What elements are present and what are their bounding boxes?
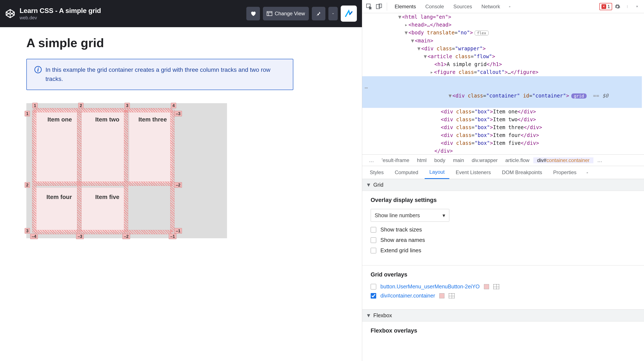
callout-text: In this example the grid container creat… [46,65,285,84]
checkbox[interactable] [371,237,376,243]
check-extend-grid-lines[interactable]: Extend grid lines [371,247,636,254]
grid-item: Item five [82,188,124,232]
tab-sources[interactable]: Sources [449,0,476,13]
pen-title: Learn CSS - A simple grid [20,7,242,15]
codepen-header: Learn CSS - A simple grid web.dev Change… [0,0,362,27]
dom-row-selected[interactable]: ⋯ ▼<div class="container" id="container"… [362,76,642,108]
breadcrumb-item[interactable]: main [449,157,468,163]
overlay-settings-title: Overlay display settings [371,197,636,203]
grid-outline-icon[interactable] [493,284,499,289]
change-view-label: Change View [275,10,305,16]
checkbox[interactable] [371,284,376,290]
breadcrumb-more[interactable]: … [594,157,606,163]
dom-row[interactable]: <div class="box">Item three</div> [362,124,642,131]
checkbox[interactable] [371,248,376,253]
line-numbers-select[interactable]: Show line numbers ▾ [371,209,449,222]
check-label: Show area names [380,237,425,243]
grid-container: Item one Item two Item three Item four I… [34,110,172,232]
grid-line-label: –3 [174,111,182,116]
section-flexbox[interactable]: ▼ Flexbox [362,310,644,322]
grid-line-label: –1 [169,234,176,239]
device-toggle-icon[interactable] [374,2,384,11]
grid-outline-icon[interactable] [449,293,455,298]
breadcrumb-item[interactable]: article.flow [502,157,533,163]
tab-event-listeners[interactable]: Event Listeners [451,166,496,179]
section-grid-label: Grid [374,182,384,188]
grid-item: Item one [34,110,77,183]
flexbox-overlays-title: Flexbox overlays [371,328,636,334]
page-title: A simple grid [26,36,362,50]
breadcrumb-item[interactable]: div.wrapper [468,157,502,163]
select-value: Show line numbers [375,212,420,219]
tab-styles[interactable]: Styles [365,166,388,179]
grid-overlay-link[interactable]: div#container.container [380,293,435,299]
close-icon[interactable]: ✕ [632,2,642,11]
devtools-panel: Elements Console Sources Network » ✕ 1 ⋮… [362,0,644,361]
styles-tabbar: Styles Computed Layout Event Listeners D… [362,166,644,179]
dom-row[interactable]: <div class="box">Item four</div> [362,131,642,139]
more-styles-tabs-icon[interactable]: » [583,168,592,177]
breadcrumb-item[interactable]: body [430,157,449,163]
tab-dom-breakpoints[interactable]: DOM Breakpoints [497,166,547,179]
check-show-track-sizes[interactable]: Show track sizes [371,226,636,233]
grid-stage: Item one Item two Item three Item four I… [26,103,227,238]
grid-line-label: 1 [32,103,38,108]
section-flexbox-label: Flexbox [374,312,392,319]
grid-badge[interactable]: grid [571,93,586,98]
codepen-actions: Change View [246,5,357,22]
error-badge[interactable]: ✕ 1 [599,3,612,10]
tab-computed[interactable]: Computed [390,166,423,179]
tab-console[interactable]: Console [421,0,448,13]
checkbox[interactable] [371,227,376,233]
check-show-area-names[interactable]: Show area names [371,237,636,243]
breadcrumb-item[interactable]: 'esult-iframe [378,157,413,163]
dom-row[interactable]: </div> [362,147,642,154]
svg-rect-4 [376,4,380,9]
external-logo-button[interactable] [341,5,357,22]
grid-line-label: 4 [171,103,176,108]
breadcrumb-item-selected[interactable]: div#container.container [533,157,594,163]
breadcrumb-item[interactable]: html [413,157,430,163]
grid-line-label: 1 [25,111,30,116]
dom-row[interactable]: ▼<html lang="en"> [362,13,642,21]
tab-network[interactable]: Network [477,0,504,13]
breadcrumb: … 'esult-iframe html body main div.wrapp… [362,154,644,166]
breadcrumb-more[interactable]: … [365,157,378,163]
dom-row[interactable]: ▼<main> [362,37,642,45]
heart-button[interactable] [246,7,260,20]
tab-layout[interactable]: Layout [425,166,449,179]
dom-row[interactable]: <div class="box">Item five</div> [362,139,642,147]
dom-tree[interactable]: ▼<html lang="en"> ▸<head>…</head> ▼<body… [362,13,644,154]
grid-line-label: 3 [124,103,130,108]
check-label: Extend grid lines [380,247,421,254]
flex-badge[interactable]: flex [474,30,488,35]
color-swatch[interactable] [439,293,444,298]
kebab-icon[interactable]: ⋮ [623,2,632,11]
change-view-button[interactable]: Change View [263,7,309,20]
section-grid[interactable]: ▼ Grid [362,179,644,191]
dom-row[interactable]: ▸<figure class="callout">…</figure> [362,68,642,76]
info-icon: i [34,66,42,73]
callout: i In this example the grid container cre… [26,59,293,90]
pin-button[interactable] [312,7,326,20]
grid-item: Item four [34,188,77,232]
tab-properties[interactable]: Properties [548,166,581,179]
dom-row[interactable]: <div class="box">Item one</div> [362,108,642,116]
chevron-down-button[interactable] [328,7,338,20]
chevron-down-icon: ▼ [366,182,371,188]
dom-row[interactable]: ▼<div class="wrapper"> [362,45,642,53]
grid-overlay-row: button.UserMenu_userMenuButton-2eiYO [371,284,636,290]
dom-row[interactable]: ▼<body translate="no">flex [362,29,642,37]
inspect-icon[interactable] [365,2,374,11]
checkbox[interactable] [371,293,376,299]
dom-row[interactable]: <h1>A simple grid</h1> [362,60,642,68]
grid-overlay-link[interactable]: button.UserMenu_userMenuButton-2eiYO [380,284,480,290]
gear-icon[interactable] [613,2,622,11]
dom-row[interactable]: ▸<head>…</head> [362,21,642,29]
dom-row[interactable]: ▼<article class="flow"> [362,53,642,60]
error-x-icon: ✕ [602,4,606,9]
tab-elements[interactable]: Elements [390,0,420,13]
more-tabs-icon[interactable]: » [505,2,514,11]
color-swatch[interactable] [484,284,489,289]
dom-row[interactable]: <div class="box">Item two</div> [362,116,642,124]
